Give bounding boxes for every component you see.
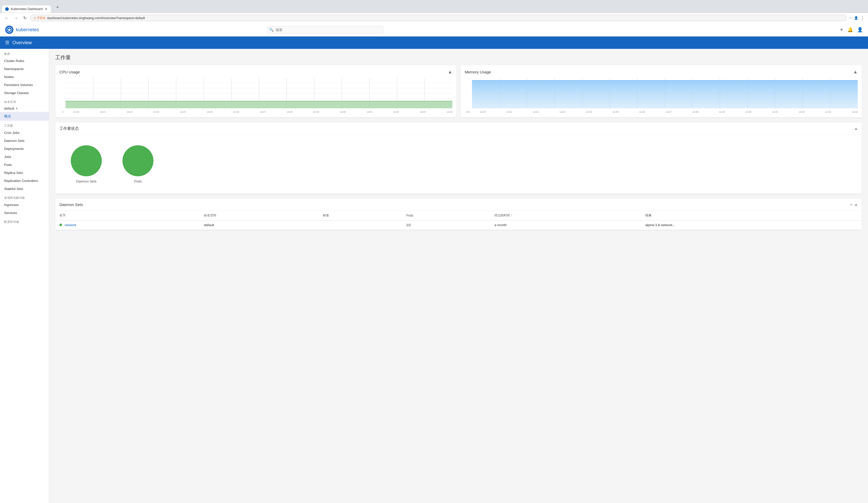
mem-x-label-9: 14:29 <box>719 111 725 113</box>
browser-menu-icon[interactable]: ⋮ <box>860 15 865 21</box>
sidebar-item-persistent-volumes[interactable]: Persistent Volumes <box>0 81 49 89</box>
cpu-x-label-2: 14:22 <box>127 111 133 113</box>
browser-chrome: Kubernetes Dashboard ✕ + ← → ↻ ⚠ 不安全 das… <box>0 0 868 23</box>
mem-x-label-14: 14:34 <box>852 111 858 113</box>
bookmark-icon[interactable]: ☆ <box>849 16 852 20</box>
cpu-x-label-4: 14:24 <box>180 111 186 113</box>
hamburger-icon[interactable]: ☰ <box>5 40 9 45</box>
pods-circle-label: Pods <box>134 179 142 183</box>
url-text: dashboard.kubernetes.singhwang.com/#/ove… <box>47 16 145 20</box>
col-namespace[interactable]: 命名空间 <box>200 211 319 220</box>
cpu-x-label-6: 14:26 <box>233 111 239 113</box>
mem-x-label-0: 14:20 <box>480 111 486 113</box>
cpu-x-label-0: 14:20 <box>73 111 79 113</box>
memory-chart-title: Memory Usage <box>465 70 491 74</box>
col-labels[interactable]: 标签 <box>319 211 402 220</box>
tab-bar: Kubernetes Dashboard ✕ + <box>0 0 868 13</box>
workload-section-label: 工作量 <box>0 121 49 129</box>
row-name-cell: network <box>55 220 200 230</box>
row-name-link[interactable]: network <box>65 223 76 227</box>
browser-actions: ☆ 👤 ⋮ <box>849 15 865 21</box>
main-content: 工作量 CPU Usage ▲ 0 <box>49 49 868 503</box>
memory-chart-toggle[interactable]: ▲ <box>853 69 858 75</box>
new-tab-button[interactable]: + <box>51 2 64 13</box>
workload-status-toggle[interactable]: ▲ <box>854 127 858 131</box>
sidebar-item-pods[interactable]: Pods <box>0 161 49 169</box>
cpu-y-top <box>63 78 63 80</box>
sidebar-item-services[interactable]: Services <box>0 209 49 217</box>
workload-status-title: 工作量状态 <box>59 126 79 131</box>
workload-circles-container: Daemon Sets Pods <box>55 135 862 194</box>
cpu-chart-svg <box>65 78 452 109</box>
col-image[interactable]: 镜像 <box>641 211 862 220</box>
namespace-section-label: 命名空间 <box>0 97 49 105</box>
logo-icon <box>5 25 13 34</box>
col-pods[interactable]: Pods <box>402 211 490 220</box>
tab-close-button[interactable]: ✕ <box>45 7 48 11</box>
new-tab-icon: + <box>54 4 61 11</box>
row-namespace-cell: default <box>200 220 319 230</box>
user-avatar-icon[interactable]: 👤 <box>857 27 863 33</box>
header-actions: + 🔔 👤 <box>840 27 863 33</box>
sidebar-item-ingresses[interactable]: Ingresses <box>0 201 49 209</box>
search-icon: 🔍 <box>269 28 273 32</box>
back-button[interactable]: ← <box>3 15 10 21</box>
sidebar-item-replica-sets[interactable]: Replica Sets <box>0 169 49 177</box>
cpu-y-axis: 0 <box>59 78 65 113</box>
notification-bell-icon[interactable]: 🔔 <box>847 27 853 33</box>
sidebar: 集群 Cluster Roles Namespaces Nodes Persis… <box>0 49 49 503</box>
search-bar[interactable]: 🔍 <box>267 26 383 34</box>
sidebar-item-nodes[interactable]: Nodes <box>0 73 49 81</box>
refresh-button[interactable]: ↻ <box>22 14 28 21</box>
mem-x-label-2: 14:22 <box>533 111 539 113</box>
daemon-sets-circle-item: Daemon Sets <box>71 145 102 183</box>
table-filter-icon[interactable]: ≡ <box>850 203 852 206</box>
daemon-sets-circle-label: Daemon Sets <box>76 179 96 183</box>
sidebar-item-stateful-sets[interactable]: Stateful Sets <box>0 185 49 193</box>
workload-status-header: 工作量状态 ▲ <box>55 123 862 135</box>
daemon-sets-table-section: Daemon Sets ≡ ▲ 名字 命名空间 标签 Pods 经过的时间 ↑ … <box>55 199 862 230</box>
sidebar-item-daemon-sets[interactable]: Daemon Sets <box>0 137 49 145</box>
memory-y-top <box>469 78 470 80</box>
cpu-x-label-1: 14:21 <box>100 111 106 113</box>
security-warning: ⚠ 不安全 <box>34 16 45 20</box>
sidebar-item-jobs[interactable]: Jobs <box>0 153 49 161</box>
cpu-chart-toggle[interactable]: ▲ <box>448 69 452 75</box>
forward-button[interactable]: → <box>12 15 20 21</box>
svg-rect-20 <box>65 101 452 108</box>
sidebar-item-namespaces[interactable]: Namespaces <box>0 65 49 73</box>
active-tab[interactable]: Kubernetes Dashboard ✕ <box>2 6 51 13</box>
memory-chart-card: Memory Usage ▲ 0 Ki <box>461 65 862 117</box>
namespace-dropdown[interactable]: default <box>4 106 14 110</box>
mem-x-label-6: 14:26 <box>639 111 645 113</box>
app-header: kubernetes 🔍 + 🔔 👤 <box>0 23 868 37</box>
mem-x-label-12: 14:32 <box>799 111 805 113</box>
daemon-sets-table-head: 名字 命名空间 标签 Pods 经过的时间 ↑ 镜像 <box>55 211 862 220</box>
sidebar-item-storage-classes[interactable]: Storage Classes <box>0 89 49 97</box>
daemon-sets-table-toggle[interactable]: ▲ <box>854 203 858 206</box>
cpu-chart-area: 0 <box>59 78 452 113</box>
main-layout: 集群 Cluster Roles Namespaces Nodes Persis… <box>0 49 868 503</box>
sidebar-item-replication-controllers[interactable]: Replication Controllers <box>0 177 49 185</box>
row-pods-cell: 2/2 <box>402 220 490 230</box>
sidebar-item-overview[interactable]: 概况 <box>0 112 49 121</box>
namespace-chevron-icon: ▼ <box>16 107 18 110</box>
search-input[interactable] <box>267 26 383 34</box>
sidebar-item-cron-jobs[interactable]: Cron Jobs <box>0 129 49 137</box>
url-bar[interactable]: ⚠ 不安全 dashboard.kubernetes.singhwang.com… <box>30 15 847 21</box>
col-age[interactable]: 经过的时间 ↑ <box>490 211 641 220</box>
sidebar-item-cluster-roles[interactable]: Cluster Roles <box>0 57 49 65</box>
mem-x-label-10: 14:30 <box>745 111 752 113</box>
namespace-selector[interactable]: default ▼ <box>0 105 49 112</box>
svg-marker-1 <box>7 28 11 32</box>
add-button[interactable]: + <box>840 27 843 33</box>
sidebar-item-deployments[interactable]: Deployments <box>0 145 49 153</box>
kubernetes-logo: kubernetes <box>5 25 39 34</box>
memory-chart-svg <box>472 78 858 109</box>
workload-title: 工作量 <box>55 54 862 61</box>
row-age-cell: a month <box>490 220 641 230</box>
col-name[interactable]: 名字 <box>55 211 200 220</box>
discovery-section-label: 发现和负载均衡 <box>0 193 49 201</box>
account-menu-icon[interactable]: 👤 <box>854 16 858 20</box>
cpu-chart-header: CPU Usage ▲ <box>59 69 452 75</box>
